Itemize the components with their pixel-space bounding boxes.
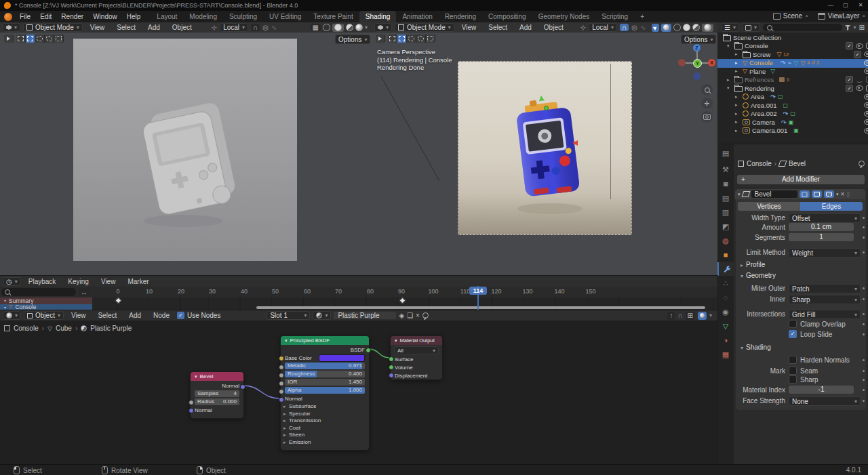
hide-eye-icon[interactable] (864, 111, 868, 117)
outliner-row-rendering[interactable]: ▾Rendering (717, 84, 868, 93)
outliner-row-camera[interactable]: ▸Camera ↷ ▣ (717, 118, 868, 127)
principled-node-header[interactable]: Principled BSDF (281, 336, 369, 345)
tab-material-properties[interactable]: ◑ (717, 333, 734, 347)
tab-scene-properties[interactable]: ◩ (717, 220, 734, 233)
animate-dot[interactable] (863, 298, 865, 300)
snap-magnet-icon[interactable]: ∩ (620, 24, 629, 31)
display-mode-dropdown[interactable] (742, 23, 760, 32)
hide-eye-icon[interactable] (864, 51, 868, 57)
select-box-button[interactable] (388, 35, 397, 43)
miter-outer-dropdown[interactable]: Patch (789, 284, 861, 293)
snap-node-magnet-icon[interactable]: ∩ (677, 312, 682, 319)
editor-type-timeline-icon[interactable]: ◷ (3, 277, 21, 286)
hide-eye-icon[interactable] (856, 85, 863, 91)
animate-dot[interactable] (863, 379, 865, 381)
blender-menu-icon[interactable] (4, 13, 12, 21)
zoom-button[interactable] (701, 84, 713, 96)
select-box-button[interactable] (16, 35, 26, 43)
tab-viewlayer-properties[interactable]: ▥ (717, 205, 734, 219)
disclosure-closed-icon[interactable]: ▸ (735, 102, 741, 108)
maximize-button[interactable]: ▢ (838, 0, 853, 11)
animate-dot[interactable] (863, 400, 865, 402)
subsurface-section[interactable]: Subsurface (281, 403, 369, 411)
output-node-header[interactable]: Material Output (391, 336, 442, 345)
metallic-socket[interactable] (279, 365, 284, 370)
shading-rendered-icon[interactable] (355, 24, 363, 31)
filter-icon[interactable] (845, 25, 851, 30)
geometry-section-header[interactable]: Geometry (741, 272, 776, 279)
gizmo-axis-neg-z[interactable] (693, 73, 701, 80)
tab-constraint-properties[interactable]: ◉ (717, 305, 734, 318)
menu-node[interactable]: Node (149, 310, 174, 321)
orientation-dropdown[interactable]: Local (589, 23, 617, 32)
menu-select[interactable]: Select (93, 310, 121, 321)
pin-material-icon[interactable] (422, 312, 429, 318)
tab-compositing[interactable]: Compositing (482, 11, 532, 22)
snap-grid-icon[interactable]: ⊞ (686, 312, 695, 320)
viewlayer-unlink-icon[interactable]: × (862, 13, 865, 19)
metallic-slider[interactable]: Metallic0.971 (285, 363, 365, 369)
new-collection-icon[interactable]: ⊞ (859, 24, 865, 31)
shading-section-header[interactable]: Shading (741, 344, 771, 351)
material-name-field[interactable]: Plastic Purple (334, 312, 396, 319)
shading-solid-icon[interactable] (332, 24, 344, 32)
select-box-active-button[interactable] (26, 35, 35, 43)
amount-field[interactable]: 0.1 cm (789, 223, 854, 231)
menu-object[interactable]: Object (167, 22, 197, 33)
harden-normals-checkbox[interactable] (789, 356, 797, 364)
transform-pivot-icon[interactable]: ⊹ (212, 24, 217, 31)
tab-modifier-properties[interactable] (717, 262, 735, 276)
outliner-search-input[interactable] (763, 24, 842, 31)
editor-type-shader-icon[interactable] (3, 311, 21, 320)
tab-output-properties[interactable]: ▤ (717, 191, 734, 205)
duplicate-material-icon[interactable]: ❏ (407, 312, 413, 319)
light-gizmo-dot[interactable] (544, 106, 549, 110)
disclosure-open-icon[interactable]: ▾ (727, 43, 732, 49)
menu-object[interactable]: Object (539, 22, 568, 33)
edit-mode-display-toggle[interactable]: ▢ (800, 190, 810, 198)
breadcrumb-modifier[interactable]: Bevel (789, 160, 806, 167)
breadcrumb-object[interactable]: Console (747, 160, 772, 167)
tweak-tool-button[interactable] (4, 35, 14, 43)
material-browse-dropdown[interactable] (313, 311, 331, 320)
pan-hand-button[interactable]: ✛ (701, 98, 713, 109)
unlink-material-icon[interactable]: × (416, 312, 420, 319)
render-display-toggle[interactable] (824, 190, 834, 198)
pin-icon[interactable] (859, 161, 865, 167)
menu-view[interactable]: View (66, 310, 91, 321)
scene-name[interactable]: Scene (783, 12, 802, 20)
realtime-display-toggle[interactable] (812, 190, 822, 198)
menu-render[interactable]: Render (56, 12, 88, 22)
sheen-section[interactable]: Sheen (281, 432, 369, 439)
base-color-swatch[interactable] (319, 354, 365, 362)
add-modifier-button[interactable]: +Add Modifier (737, 175, 865, 184)
tab-layout[interactable]: Layout (151, 11, 183, 22)
outliner-row-plane[interactable]: ▸▽Plane ▽ (717, 67, 868, 76)
shading-solid-icon[interactable] (683, 24, 690, 31)
hide-eye-icon[interactable] (864, 128, 868, 133)
menu-add[interactable]: Add (143, 22, 165, 33)
tweak-tool-button[interactable] (376, 35, 385, 43)
tab-render-properties[interactable]: ◙ (717, 177, 734, 190)
material-output-node[interactable]: Material Output All Surface Volume Displ… (390, 335, 443, 380)
intersections-dropdown[interactable]: Grid Fill (789, 310, 861, 319)
tab-physics-properties[interactable]: ◌ (717, 291, 734, 304)
shading-wireframe-icon[interactable] (673, 24, 681, 31)
animate-dot[interactable] (863, 236, 865, 239)
clamp-overlap-checkbox[interactable] (789, 320, 797, 328)
console-model-clay[interactable] (115, 88, 264, 237)
menu-view[interactable]: View (96, 276, 121, 287)
tab-object-properties[interactable]: ■ (717, 248, 734, 262)
tab-data-properties[interactable]: ▽ (717, 319, 734, 333)
animate-dot[interactable] (863, 359, 865, 361)
ior-slider[interactable]: IOR1.450 (285, 379, 365, 386)
tab-tool-properties[interactable]: ⚒ (717, 163, 734, 176)
tab-texture-properties[interactable]: ▦ (717, 348, 734, 361)
outliner-row-scene-collection[interactable]: Scene Collection (717, 33, 868, 42)
disclosure-closed-icon[interactable]: ▸ (735, 94, 741, 100)
menu-select[interactable]: Select (484, 22, 512, 33)
tab-modeling[interactable]: Modeling (183, 11, 223, 22)
tab-rendering[interactable]: Rendering (439, 11, 482, 22)
proportional-edit-icon[interactable]: ◎ (631, 24, 637, 31)
modifier-extras-dropdown-icon[interactable]: ▾ (836, 192, 839, 197)
